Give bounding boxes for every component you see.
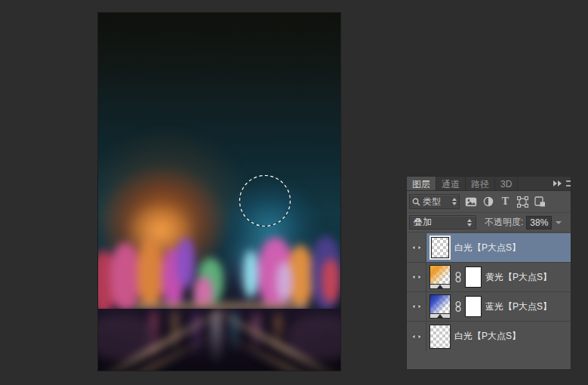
tabbar-spacer: [518, 177, 550, 190]
mask-link-toggle[interactable]: [454, 272, 461, 282]
adjustment-layer-icon: [483, 196, 494, 207]
layer-thumbnail[interactable]: [429, 294, 451, 319]
filter-type-layers-button[interactable]: T: [499, 196, 512, 208]
gradient-bar-icon: [429, 284, 451, 289]
panel-menu-icon[interactable]: [566, 180, 571, 186]
visibility-toggle[interactable]: [407, 233, 426, 262]
type-layer-icon: T: [502, 196, 509, 207]
tab-channels[interactable]: 通道: [436, 177, 466, 190]
visibility-toggle[interactable]: [407, 263, 426, 291]
blend-mode-value: 叠加: [414, 216, 432, 229]
panel-tabbar: 图层 通道 路径 3D: [407, 177, 571, 191]
tab-3d[interactable]: 3D: [495, 177, 518, 190]
tab-channels-label: 通道: [442, 179, 460, 189]
selection-marquee[interactable]: [98, 13, 340, 371]
layer-thumbnail[interactable]: [429, 236, 451, 260]
dropdown-arrows-icon: [452, 198, 457, 205]
filter-adjustment-layers-button[interactable]: [482, 196, 494, 208]
collapse-panels-button[interactable]: [550, 177, 565, 190]
layer-row-blue-light[interactable]: 蓝光【P大点S】: [407, 292, 571, 322]
visibility-toggle[interactable]: [407, 322, 426, 351]
smart-object-icon: [534, 196, 546, 207]
eye-icon: [411, 243, 423, 252]
search-icon: [412, 198, 420, 206]
filter-shape-layers-button[interactable]: [516, 196, 529, 208]
tab-paths[interactable]: 路径: [466, 177, 495, 190]
document-canvas[interactable]: [98, 13, 340, 371]
dropdown-arrows-icon: [467, 219, 472, 226]
opacity-label: 不透明度:: [485, 216, 523, 229]
chevron-right-icon: [558, 180, 562, 186]
opacity-value: 38%: [530, 217, 548, 228]
layer-row-yellow-light[interactable]: 黄光【P大点S】: [407, 263, 571, 292]
layer-filter-kind-select[interactable]: 类型: [409, 194, 460, 209]
filter-kind-label: 类型: [423, 196, 441, 208]
mask-link-toggle[interactable]: [454, 301, 461, 312]
layer-row-white-light-top[interactable]: 白光【P大点S】: [407, 233, 571, 263]
filter-pixel-layers-button[interactable]: [464, 196, 477, 208]
eye-icon: [411, 273, 423, 282]
tab-paths-label: 路径: [471, 179, 489, 189]
opacity-value-field[interactable]: 38%: [526, 216, 552, 229]
layer-mask-thumbnail[interactable]: [465, 296, 482, 317]
layer-row-white-light-bottom[interactable]: 白光【P大点S】: [407, 322, 571, 351]
blend-mode-select[interactable]: 叠加: [409, 215, 476, 229]
layer-thumbnail[interactable]: [429, 325, 451, 349]
layer-name: 白光【P大点S】: [454, 330, 521, 343]
chain-link-icon: [455, 301, 461, 312]
layer-name: 黄光【P大点S】: [485, 271, 552, 284]
eye-icon: [411, 332, 423, 341]
layer-name: 蓝光【P大点S】: [485, 300, 552, 313]
opacity-dropdown-arrow[interactable]: [556, 221, 562, 224]
layer-thumbnail[interactable]: [429, 265, 451, 289]
gradient-bar-icon: [429, 313, 451, 319]
eye-icon: [411, 302, 423, 311]
pixel-layer-icon: [465, 197, 477, 207]
chevron-right-icon: [553, 180, 557, 186]
layer-list: 白光【P大点S】: [407, 233, 571, 369]
tab-3d-label: 3D: [500, 179, 512, 189]
chain-link-icon: [455, 272, 461, 282]
filter-smart-objects-button[interactable]: [534, 196, 546, 208]
tab-layers[interactable]: 图层: [407, 177, 436, 190]
layer-filter-row: 类型 T: [407, 191, 571, 213]
layer-name: 白光【P大点S】: [454, 242, 521, 254]
layers-panel: 图层 通道 路径 3D 类型: [406, 176, 571, 370]
visibility-toggle[interactable]: [407, 292, 426, 321]
layer-mask-thumbnail[interactable]: [465, 266, 482, 288]
tab-layers-label: 图层: [412, 179, 430, 189]
blend-row: 叠加 不透明度: 38%: [407, 213, 571, 233]
shape-layer-icon: [517, 196, 528, 208]
